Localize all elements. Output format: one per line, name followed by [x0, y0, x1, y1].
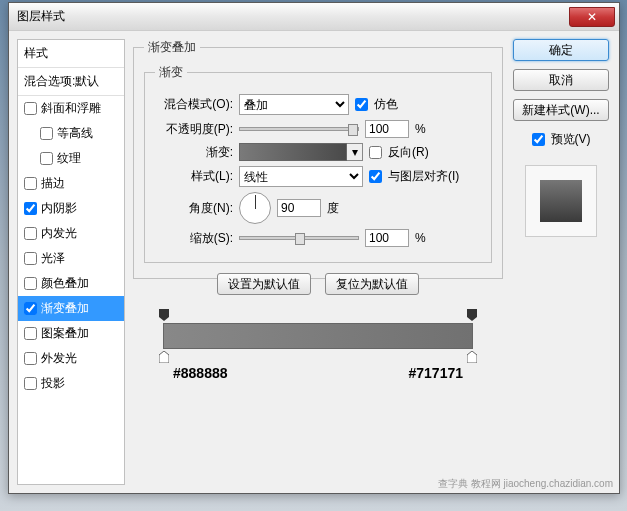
align-label: 与图层对齐(I) [388, 168, 459, 185]
sidebar-item-label: 光泽 [41, 250, 65, 267]
right-color-label: #717171 [408, 365, 463, 381]
sidebar-item[interactable]: 渐变叠加 [18, 296, 124, 321]
sidebar-item-checkbox[interactable] [24, 327, 37, 340]
sidebar-item[interactable]: 内阴影 [18, 196, 124, 221]
color-stop-right[interactable] [467, 351, 477, 363]
opacity-stop-right[interactable] [467, 309, 477, 321]
styles-sidebar: 样式 混合选项:默认 斜面和浮雕等高线纹理描边内阴影内发光光泽颜色叠加渐变叠加图… [17, 39, 125, 485]
outer-legend: 渐变叠加 [144, 39, 200, 56]
sidebar-item-checkbox[interactable] [24, 252, 37, 265]
sidebar-item[interactable]: 图案叠加 [18, 321, 124, 346]
sidebar-item-label: 外发光 [41, 350, 77, 367]
sidebar-item-checkbox[interactable] [24, 177, 37, 190]
preview-swatch [540, 180, 582, 222]
sidebar-item[interactable]: 纹理 [18, 146, 124, 171]
sidebar-blend-options[interactable]: 混合选项:默认 [18, 68, 124, 96]
gradient-bar[interactable] [163, 323, 473, 349]
dither-checkbox[interactable] [355, 98, 368, 111]
opacity-input[interactable] [365, 120, 409, 138]
ok-button[interactable]: 确定 [513, 39, 609, 61]
reverse-label: 反向(R) [388, 144, 429, 161]
dialog-window: 图层样式 ✕ 样式 混合选项:默认 斜面和浮雕等高线纹理描边内阴影内发光光泽颜色… [8, 2, 620, 494]
sidebar-item-label: 等高线 [57, 125, 93, 142]
sidebar-item[interactable]: 光泽 [18, 246, 124, 271]
gradient-preview[interactable] [239, 143, 347, 161]
sidebar-item-checkbox[interactable] [24, 227, 37, 240]
sidebar-item[interactable]: 等高线 [18, 121, 124, 146]
window-title: 图层样式 [17, 8, 65, 25]
sidebar-item-label: 颜色叠加 [41, 275, 89, 292]
dither-label: 仿色 [374, 96, 398, 113]
close-button[interactable]: ✕ [569, 7, 615, 27]
sidebar-item-checkbox[interactable] [24, 302, 37, 315]
close-icon: ✕ [587, 10, 597, 24]
preview-box [525, 165, 597, 237]
sidebar-item[interactable]: 斜面和浮雕 [18, 96, 124, 121]
align-checkbox[interactable] [369, 170, 382, 183]
sidebar-item[interactable]: 颜色叠加 [18, 271, 124, 296]
gradient-overlay-group: 渐变叠加 渐变 混合模式(O): 叠加 仿色 不透明度(P): % [133, 39, 503, 279]
sidebar-item[interactable]: 投影 [18, 371, 124, 396]
angle-unit: 度 [327, 200, 339, 217]
scale-unit: % [415, 231, 426, 245]
sidebar-item-checkbox[interactable] [24, 352, 37, 365]
right-column: 确定 取消 新建样式(W)... 预览(V) [511, 39, 611, 485]
preview-label: 预览(V) [551, 131, 591, 148]
sidebar-item-label: 内阴影 [41, 200, 77, 217]
sidebar-item[interactable]: 外发光 [18, 346, 124, 371]
sidebar-item-label: 内发光 [41, 225, 77, 242]
cancel-button[interactable]: 取消 [513, 69, 609, 91]
svg-marker-2 [159, 351, 169, 363]
scale-input[interactable] [365, 229, 409, 247]
sidebar-item-label: 投影 [41, 375, 65, 392]
sidebar-item-checkbox[interactable] [24, 102, 37, 115]
sidebar-item-label: 渐变叠加 [41, 300, 89, 317]
sidebar-item-label: 描边 [41, 175, 65, 192]
sidebar-item-label: 斜面和浮雕 [41, 100, 101, 117]
left-color-label: #888888 [173, 365, 228, 381]
scale-label: 缩放(S): [155, 230, 233, 247]
sidebar-header[interactable]: 样式 [18, 40, 124, 68]
opacity-stop-left[interactable] [159, 309, 169, 321]
inner-legend: 渐变 [155, 64, 187, 81]
sidebar-item-checkbox[interactable] [40, 127, 53, 140]
reverse-checkbox[interactable] [369, 146, 382, 159]
gradient-dropdown-arrow[interactable]: ▾ [347, 143, 363, 161]
svg-marker-1 [467, 309, 477, 321]
sidebar-item[interactable]: 内发光 [18, 221, 124, 246]
sidebar-item-label: 纹理 [57, 150, 81, 167]
chevron-down-icon: ▾ [352, 145, 358, 159]
opacity-slider[interactable] [239, 127, 359, 131]
opacity-label: 不透明度(P): [155, 121, 233, 138]
watermark: 查字典 教程网 jiaocheng.chazidian.com [438, 477, 613, 491]
style-label: 样式(L): [155, 168, 233, 185]
set-default-button[interactable]: 设置为默认值 [217, 273, 311, 295]
angle-dial[interactable] [239, 192, 271, 224]
sidebar-item-checkbox[interactable] [40, 152, 53, 165]
reset-default-button[interactable]: 复位为默认值 [325, 273, 419, 295]
blend-mode-select[interactable]: 叠加 [239, 94, 349, 115]
sidebar-item-checkbox[interactable] [24, 202, 37, 215]
sidebar-item-checkbox[interactable] [24, 277, 37, 290]
svg-marker-3 [467, 351, 477, 363]
angle-label: 角度(N): [155, 200, 233, 217]
preview-checkbox[interactable] [532, 133, 545, 146]
color-stop-left[interactable] [159, 351, 169, 363]
opacity-unit: % [415, 122, 426, 136]
gradient-group: 渐变 混合模式(O): 叠加 仿色 不透明度(P): % 渐变 [144, 64, 492, 263]
titlebar: 图层样式 ✕ [9, 3, 619, 31]
gradient-editor: #888888 #717171 [133, 309, 503, 399]
sidebar-item-checkbox[interactable] [24, 377, 37, 390]
new-style-button[interactable]: 新建样式(W)... [513, 99, 609, 121]
style-select[interactable]: 线性 [239, 166, 363, 187]
sidebar-item-label: 图案叠加 [41, 325, 89, 342]
main-panel: 渐变叠加 渐变 混合模式(O): 叠加 仿色 不透明度(P): % [133, 39, 503, 485]
blend-mode-label: 混合模式(O): [155, 96, 233, 113]
sidebar-item[interactable]: 描边 [18, 171, 124, 196]
scale-slider[interactable] [239, 236, 359, 240]
angle-input[interactable] [277, 199, 321, 217]
gradient-label: 渐变: [155, 144, 233, 161]
svg-marker-0 [159, 309, 169, 321]
